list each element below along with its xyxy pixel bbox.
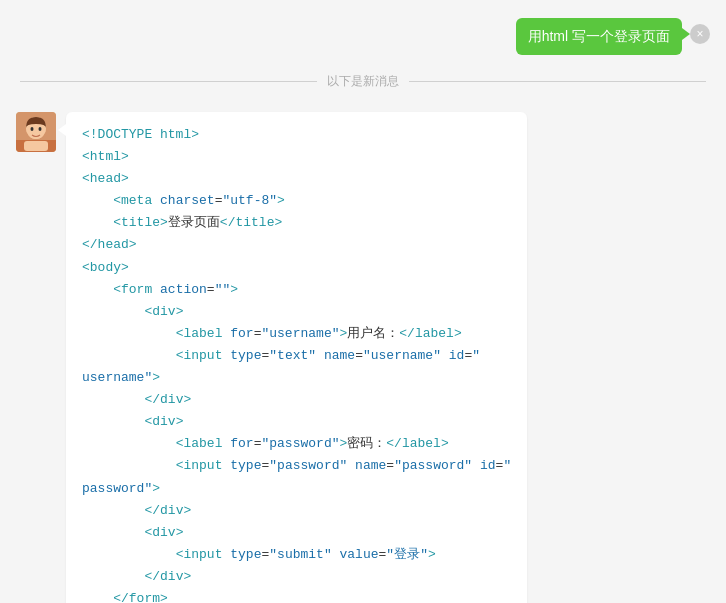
svg-point-4	[39, 127, 42, 131]
user-bubble: 用html 写一个登录页面	[516, 18, 682, 55]
avatar	[16, 112, 56, 152]
divider-text: 以下是新消息	[317, 73, 409, 90]
ai-bubble: <!DOCTYPE html> <html> <head> <meta char…	[66, 112, 527, 603]
divider-line-right	[409, 81, 706, 82]
user-message-row: 用html 写一个登录页面 ×	[0, 10, 726, 63]
ai-message-row: <!DOCTYPE html> <html> <head> <meta char…	[0, 104, 726, 603]
divider-row: 以下是新消息	[0, 67, 726, 96]
chat-container: 用html 写一个登录页面 × 以下是新消息	[0, 0, 726, 603]
close-icon: ×	[696, 27, 703, 41]
close-button[interactable]: ×	[690, 24, 710, 44]
code-block: <!DOCTYPE html> <html> <head> <meta char…	[82, 124, 511, 603]
svg-point-3	[31, 127, 34, 131]
user-message-text: 用html 写一个登录页面	[528, 28, 670, 44]
avatar-image	[16, 112, 56, 152]
divider-line-left	[20, 81, 317, 82]
svg-rect-6	[24, 141, 48, 151]
